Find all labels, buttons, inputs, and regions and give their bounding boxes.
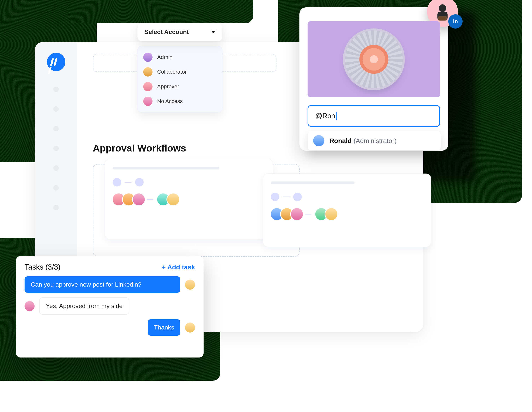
mention-input-value: @Ron bbox=[315, 112, 335, 120]
task-message-outgoing[interactable]: Thanks bbox=[148, 319, 180, 336]
role-label: Approver bbox=[157, 84, 179, 90]
decorative-noise bbox=[68, 0, 253, 23]
task-message-row: Can you approve new post for Linkedin? bbox=[25, 276, 195, 293]
step-dot-icon bbox=[271, 193, 279, 201]
text-cursor-icon bbox=[336, 112, 337, 120]
nav-item-placeholder[interactable] bbox=[53, 106, 59, 112]
nav-item-placeholder[interactable] bbox=[53, 126, 59, 131]
avatar-icon bbox=[133, 193, 145, 206]
avatar-icon bbox=[143, 82, 152, 91]
flower-illustration-icon bbox=[359, 45, 388, 74]
workflow-card[interactable] bbox=[105, 159, 273, 239]
app-logo bbox=[47, 53, 65, 71]
linkedin-icon: in bbox=[449, 15, 461, 28]
task-message-row: Thanks bbox=[25, 319, 195, 336]
chevron-down-icon bbox=[211, 31, 215, 33]
avatar-icon bbox=[313, 135, 324, 146]
nav-item-placeholder[interactable] bbox=[53, 185, 59, 191]
avatar-icon bbox=[143, 67, 152, 76]
select-account-label: Select Account bbox=[144, 28, 189, 36]
task-message-incoming[interactable]: Yes, Approved from my side bbox=[39, 297, 129, 315]
mention-input[interactable]: @Ron bbox=[308, 105, 440, 127]
step-dot-icon bbox=[135, 178, 144, 187]
step-connector-icon bbox=[147, 199, 153, 200]
select-account-group: Select Account Admin Collaborator Approv… bbox=[104, 23, 222, 112]
nav-item-placeholder[interactable] bbox=[53, 87, 59, 92]
workflow-avatars bbox=[271, 208, 423, 220]
post-preview-card: in @Ron Ronald (Administrator) bbox=[299, 7, 448, 151]
section-title-approval-workflows: Approval Workflows bbox=[93, 143, 186, 154]
avatar-icon bbox=[167, 193, 179, 206]
post-media bbox=[308, 21, 440, 97]
nav-item-placeholder[interactable] bbox=[53, 205, 59, 210]
nav-item-placeholder[interactable] bbox=[53, 165, 59, 171]
role-option-no-access[interactable]: No Access bbox=[142, 94, 218, 109]
placeholder-line bbox=[113, 167, 219, 169]
avatar-icon bbox=[291, 208, 303, 220]
role-label: No Access bbox=[157, 98, 183, 104]
step-dot-icon bbox=[293, 193, 302, 201]
workflow-steps bbox=[271, 193, 423, 201]
tasks-card: Tasks (3/3) + Add task Can you approve n… bbox=[16, 256, 204, 357]
roles-panel: Admin Collaborator Approver No Access bbox=[137, 46, 222, 112]
mention-suggestion-role: (Administrator) bbox=[354, 137, 397, 144]
role-option-admin[interactable]: Admin bbox=[142, 50, 218, 65]
avatar-icon bbox=[325, 208, 337, 220]
logo-mark-icon bbox=[50, 58, 62, 66]
add-task-button[interactable]: + Add task bbox=[162, 263, 195, 271]
tasks-title: Tasks (3/3) bbox=[25, 263, 60, 271]
workflow-avatars bbox=[113, 193, 265, 206]
nav-item-placeholder[interactable] bbox=[53, 146, 59, 151]
role-option-approver[interactable]: Approver bbox=[142, 79, 218, 94]
mention-suggestion[interactable]: Ronald (Administrator) bbox=[308, 131, 441, 150]
step-dot-icon bbox=[113, 178, 121, 187]
task-message-row: Yes, Approved from my side bbox=[25, 297, 195, 315]
plate-illustration-icon bbox=[345, 30, 403, 88]
avatar-icon bbox=[143, 53, 152, 62]
avatar-icon bbox=[185, 323, 195, 333]
step-connector-icon bbox=[305, 214, 311, 215]
workflow-steps bbox=[113, 178, 265, 187]
step-connector-icon bbox=[283, 197, 290, 197]
avatar-icon bbox=[143, 97, 152, 106]
task-message-outgoing[interactable]: Can you approve new post for Linkedin? bbox=[25, 276, 180, 293]
role-option-collaborator[interactable]: Collaborator bbox=[142, 65, 218, 79]
workflow-card[interactable] bbox=[263, 174, 431, 247]
avatar-icon bbox=[25, 301, 35, 311]
svg-point-0 bbox=[439, 4, 446, 12]
svg-rect-2 bbox=[438, 16, 447, 20]
role-label: Collaborator bbox=[157, 69, 187, 75]
avatar-icon bbox=[185, 280, 195, 290]
step-connector-icon bbox=[125, 182, 132, 183]
role-label: Admin bbox=[157, 54, 172, 60]
select-account-dropdown[interactable]: Select Account bbox=[137, 23, 222, 41]
placeholder-line bbox=[271, 181, 354, 184]
mention-suggestion-name: Ronald bbox=[329, 137, 352, 144]
